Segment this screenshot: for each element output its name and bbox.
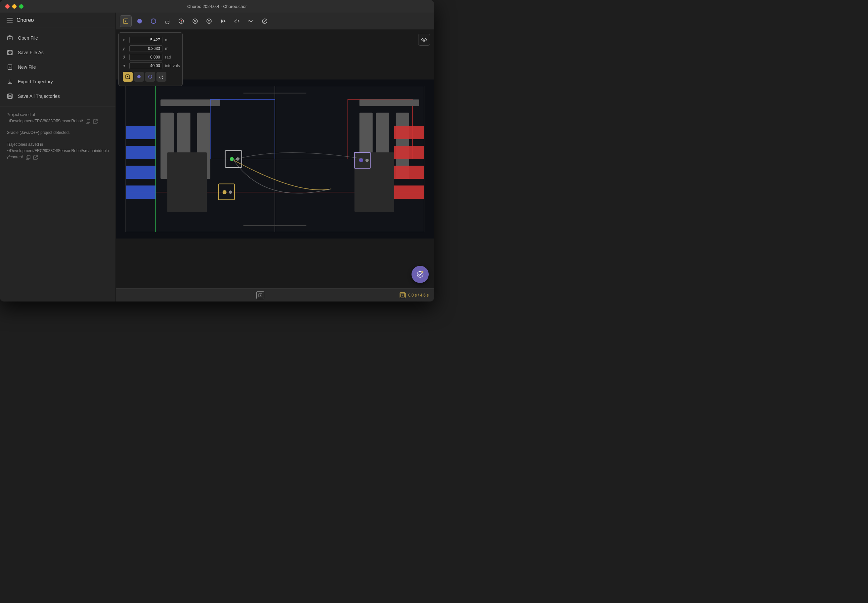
waypoint-y-field: y 0.2633 m bbox=[123, 45, 178, 52]
open-project-path-icon[interactable] bbox=[93, 119, 98, 124]
svg-point-25 bbox=[149, 75, 152, 78]
mini-tool-rotate[interactable] bbox=[157, 72, 166, 82]
hamburger-menu-icon[interactable] bbox=[7, 18, 12, 23]
svg-point-59 bbox=[359, 158, 363, 162]
svg-rect-40 bbox=[167, 152, 207, 212]
canvas-area[interactable]: x 5.427 m y 0.2633 m θ 0.000 rad n 40.00 bbox=[116, 30, 434, 302]
svg-point-15 bbox=[151, 19, 156, 23]
tool-rotate[interactable] bbox=[161, 15, 173, 27]
sidebar-header: Choreo bbox=[0, 12, 115, 28]
project-path: ~/Development/FRC/8033OffSeasonRobot/ bbox=[7, 118, 109, 124]
svg-point-20 bbox=[209, 21, 209, 22]
svg-rect-52 bbox=[394, 165, 424, 179]
menu-new-file[interactable]: New File bbox=[0, 60, 115, 74]
tool-skip[interactable] bbox=[217, 15, 229, 27]
mini-tool-select[interactable] bbox=[123, 72, 133, 82]
minimize-button[interactable] bbox=[12, 4, 17, 9]
export-trajectory-icon bbox=[7, 78, 13, 85]
svg-point-63 bbox=[229, 190, 232, 194]
svg-rect-7 bbox=[8, 97, 12, 98]
visibility-toggle[interactable] bbox=[418, 34, 430, 46]
menu-items: Open File Save File As bbox=[0, 28, 115, 107]
svg-rect-34 bbox=[126, 165, 155, 179]
waypoint-panel: x 5.427 m y 0.2633 m θ 0.000 rad n 40.00 bbox=[118, 32, 183, 86]
tool-graph[interactable] bbox=[245, 15, 257, 27]
title-bar: Choreo 2024.0.4 - Choreo.chor bbox=[0, 0, 434, 12]
close-button[interactable] bbox=[5, 4, 9, 9]
x-unit: m bbox=[165, 38, 178, 42]
svg-rect-32 bbox=[126, 126, 155, 139]
project-saved-info: Project saved at ~/Development/FRC/8033O… bbox=[7, 112, 109, 124]
waypoint-x-field: x 5.427 m bbox=[123, 37, 178, 43]
sidebar: Choreo Open File bbox=[0, 12, 116, 302]
y-unit: m bbox=[165, 46, 178, 51]
svg-point-67 bbox=[260, 295, 261, 296]
svg-rect-33 bbox=[126, 146, 155, 159]
gradle-info: Gradle (Java/C++) project detected. bbox=[7, 130, 109, 136]
svg-rect-41 bbox=[243, 93, 306, 94]
traffic-lights bbox=[5, 4, 23, 9]
fab-button[interactable] bbox=[411, 266, 429, 283]
menu-save-file-as[interactable]: Save File As bbox=[0, 45, 115, 60]
maximize-button[interactable] bbox=[19, 4, 23, 9]
tool-ban[interactable] bbox=[259, 15, 271, 27]
tool-empty-circle[interactable] bbox=[147, 15, 160, 27]
tool-filled-circle[interactable] bbox=[134, 15, 146, 27]
sidebar-info: Project saved at ~/Development/FRC/8033O… bbox=[0, 107, 115, 171]
trajectories-saved-label: Trajectories saved in bbox=[7, 141, 109, 148]
trajectories-path: ~/Development/FRC/8033OffSeasonRobot/src… bbox=[7, 148, 109, 160]
tool-mirror[interactable] bbox=[231, 15, 243, 27]
main-layout: Choreo Open File bbox=[0, 12, 434, 302]
svg-point-26 bbox=[423, 39, 425, 41]
new-file-icon bbox=[7, 64, 13, 70]
svg-point-14 bbox=[137, 19, 142, 23]
svg-point-13 bbox=[125, 20, 126, 22]
tool-select[interactable] bbox=[120, 15, 132, 27]
sidebar-title: Choreo bbox=[17, 17, 34, 23]
gradle-notice: Gradle (Java/C++) project detected. bbox=[7, 130, 109, 136]
waypoint-theta-field: θ 0.000 rad bbox=[123, 54, 178, 60]
open-trajectories-path-icon[interactable] bbox=[33, 155, 38, 160]
time-icon bbox=[400, 292, 406, 298]
menu-save-all-trajectories[interactable]: Save All Trajectories bbox=[0, 89, 115, 104]
n-unit: intervals bbox=[165, 63, 178, 68]
menu-export-trajectory[interactable]: Export Trajectory bbox=[0, 74, 115, 89]
save-all-trajectories-icon bbox=[7, 93, 13, 99]
svg-rect-11 bbox=[27, 155, 30, 159]
menu-open-file[interactable]: Open File bbox=[0, 31, 115, 45]
svg-point-24 bbox=[137, 75, 141, 78]
svg-point-23 bbox=[127, 76, 129, 77]
bottom-center bbox=[256, 291, 264, 299]
tool-stop[interactable] bbox=[189, 15, 201, 27]
y-input[interactable]: 0.2633 bbox=[129, 45, 163, 52]
save-file-as-label: Save File As bbox=[18, 50, 44, 55]
bottom-bar: 0.0 s / 4.6 s bbox=[116, 288, 434, 302]
svg-rect-51 bbox=[394, 146, 424, 159]
tool-target[interactable] bbox=[203, 15, 215, 27]
theta-input[interactable]: 0.000 bbox=[129, 54, 163, 60]
svg-rect-9 bbox=[87, 119, 90, 123]
copy-project-path-icon[interactable] bbox=[85, 119, 91, 124]
export-trajectory-label: Export Trajectory bbox=[18, 79, 53, 84]
bottom-right: 0.0 s / 4.6 s bbox=[400, 292, 429, 298]
open-file-label: Open File bbox=[18, 36, 38, 41]
time-display: 0.0 s / 4.6 s bbox=[408, 293, 429, 298]
x-input[interactable]: 5.427 bbox=[129, 37, 163, 43]
mini-tool-dot[interactable] bbox=[134, 72, 144, 82]
svg-point-60 bbox=[366, 159, 369, 162]
waypoint-n-field: n 40.00 intervals bbox=[123, 62, 178, 69]
svg-rect-42 bbox=[243, 225, 306, 226]
copy-trajectories-path-icon[interactable] bbox=[25, 155, 31, 160]
project-saved-label: Project saved at bbox=[7, 112, 109, 118]
svg-rect-35 bbox=[126, 186, 155, 199]
n-input[interactable]: 40.00 bbox=[129, 62, 163, 69]
mini-tool-circle[interactable] bbox=[145, 72, 155, 82]
frame-icon[interactable] bbox=[256, 291, 264, 299]
window-title: Choreo 2024.0.4 - Choreo.chor bbox=[187, 4, 247, 9]
n-label: n bbox=[123, 63, 127, 68]
svg-rect-3 bbox=[8, 53, 12, 54]
content-area: x 5.427 m y 0.2633 m θ 0.000 rad n 40.00 bbox=[116, 12, 434, 302]
theta-label: θ bbox=[123, 55, 127, 60]
theta-unit: rad bbox=[165, 55, 178, 60]
tool-compass[interactable] bbox=[175, 15, 187, 27]
